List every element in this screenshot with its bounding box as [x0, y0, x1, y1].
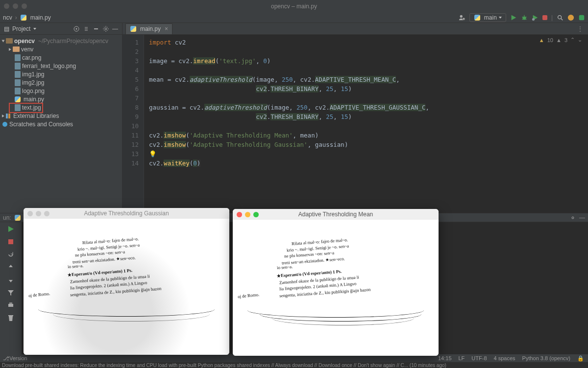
chevron-right-icon: ›: [15, 14, 17, 21]
tab-main-py[interactable]: main.py ×: [125, 23, 172, 34]
expand-all-icon[interactable]: [83, 25, 90, 32]
svg-point-8: [76, 28, 77, 29]
accounts-icon[interactable]: [459, 14, 466, 21]
print-icon[interactable]: [7, 301, 15, 309]
warning-icon: ▲: [539, 37, 544, 43]
svg-point-4: [558, 15, 562, 19]
svg-point-0: [460, 15, 462, 17]
chevron-down-icon: [499, 17, 502, 19]
python-icon: [20, 14, 27, 21]
status-message[interactable]: Download pre-built shared indexes: Reduc…: [0, 362, 588, 368]
sidebar-title[interactable]: Project: [12, 25, 30, 32]
output-window-gaussian[interactable]: Adaptive Thresholding Gaussian Rilata al…: [24, 208, 229, 355]
minimize-window-icon[interactable]: [13, 3, 18, 9]
image-output: Rilata al mal~o: fajro de mal~o. krio ~.…: [233, 220, 439, 356]
python-icon: [14, 214, 21, 221]
disclosure-triangle-icon[interactable]: [2, 40, 5, 42]
output-title: Adaptive Thresholding Gaussian: [84, 210, 169, 217]
tree-item[interactable]: car.png: [0, 53, 122, 62]
project-panel-icon: ▤: [4, 25, 9, 32]
tree-item[interactable]: ferrari_text_logo.png: [0, 62, 122, 70]
chevron-down-icon[interactable]: ⌄: [578, 37, 582, 43]
tree-item[interactable]: logo.png: [0, 87, 122, 95]
coverage-icon[interactable]: [532, 14, 539, 21]
down-icon[interactable]: [7, 276, 15, 284]
gear-icon[interactable]: [102, 25, 109, 32]
breadcrumb-project[interactable]: ncv: [3, 14, 12, 21]
scratches-icon: [2, 121, 8, 127]
tree-item-venv[interactable]: venv: [0, 45, 122, 53]
user-avatar-icon[interactable]: [567, 14, 574, 21]
tree-item[interactable]: img2.jpg: [0, 78, 122, 87]
svg-point-9: [105, 28, 107, 30]
tree-item-text-jpg[interactable]: text.jpg: [0, 103, 122, 112]
folder-icon: [6, 38, 13, 44]
editor-tabs: main.py × ⋮: [122, 23, 588, 35]
inspection-widget[interactable]: ▲ 10 ▲ 3 ⌃ ⌄: [539, 37, 582, 43]
zoom-window-icon[interactable]: [22, 3, 27, 9]
svg-rect-11: [8, 114, 10, 118]
image-file-icon: [15, 71, 21, 78]
folder-icon: [13, 46, 20, 52]
rerun-icon[interactable]: [7, 225, 15, 233]
svg-point-3: [532, 18, 535, 20]
run-config-selector[interactable]: main: [469, 13, 506, 22]
collapse-all-icon[interactable]: [93, 25, 99, 32]
line-separator[interactable]: LF: [459, 355, 465, 362]
close-tab-icon[interactable]: ×: [165, 25, 168, 32]
chevron-up-icon[interactable]: ⌃: [570, 37, 575, 43]
navigation-bar: ncv › main.py main |: [0, 12, 588, 23]
image-file-icon: [15, 88, 21, 94]
mac-traffic-lights[interactable]: [4, 3, 27, 9]
run-config-label: main: [484, 14, 497, 21]
tree-item[interactable]: img1.jpg: [0, 70, 122, 78]
tree-root[interactable]: opencv ~/PycharmProjects/opencv: [0, 37, 122, 45]
interpreter-info[interactable]: Python 3.8 (opencv): [522, 355, 570, 362]
run-icon[interactable]: [510, 14, 517, 21]
ide-titlebar: opencv – main.py: [0, 0, 588, 12]
svg-rect-6: [579, 15, 585, 20]
output-window-mean[interactable]: Adaptive Thresholding Mean Rilata al mal…: [233, 209, 439, 356]
mac-traffic-lights[interactable]: [237, 212, 259, 217]
trash-icon[interactable]: [7, 314, 15, 322]
image-file-icon: [15, 79, 21, 86]
scratches-consoles[interactable]: Scratches and Consoles: [0, 120, 122, 128]
caret-position[interactable]: 14:15: [438, 355, 452, 362]
restart-icon[interactable]: [7, 251, 15, 258]
mac-traffic-lights[interactable]: [27, 211, 49, 216]
search-icon[interactable]: [557, 14, 564, 21]
close-window-icon[interactable]: [4, 3, 9, 9]
svg-rect-17: [8, 315, 13, 316]
disclosure-triangle-icon[interactable]: [2, 115, 4, 117]
python-icon: [130, 25, 137, 32]
output-title: Adaptive Thresholding Mean: [298, 211, 373, 218]
image-output: Rilata al mal~o: fajro de mal~o. krio ~.…: [24, 219, 229, 355]
indent-info[interactable]: 4 spaces: [494, 355, 515, 362]
gear-icon[interactable]: [569, 214, 576, 221]
image-file-icon: [15, 63, 21, 69]
stop-icon[interactable]: [7, 238, 15, 246]
breadcrumb-file[interactable]: main.py: [30, 14, 51, 21]
ide-update-icon[interactable]: [578, 14, 585, 21]
svg-point-12: [2, 122, 7, 127]
lock-icon[interactable]: 🔒: [577, 355, 584, 362]
tabs-more-icon[interactable]: ⋮: [572, 25, 588, 32]
svg-rect-15: [8, 304, 13, 307]
tree-item-main-py[interactable]: main.py: [0, 95, 122, 103]
select-opened-icon[interactable]: [73, 25, 80, 32]
intention-bulb-icon[interactable]: 💡: [149, 150, 157, 158]
hide-panel-icon[interactable]: —: [579, 214, 585, 221]
run-tab-label[interactable]: un:: [3, 214, 11, 221]
project-tree[interactable]: opencv ~/PycharmProjects/opencv venv car…: [0, 35, 122, 130]
disclosure-triangle-icon[interactable]: [9, 48, 11, 51]
python-file-icon: [15, 96, 22, 102]
filter-icon[interactable]: [7, 289, 15, 297]
svg-rect-10: [6, 114, 8, 118]
up-icon[interactable]: [7, 263, 15, 271]
hide-panel-icon[interactable]: —: [112, 25, 118, 32]
stop-icon[interactable]: [542, 15, 547, 20]
file-encoding[interactable]: UTF-8: [471, 355, 487, 362]
debug-icon[interactable]: [521, 14, 528, 21]
svg-rect-14: [8, 239, 13, 244]
chevron-down-icon[interactable]: [33, 28, 36, 30]
